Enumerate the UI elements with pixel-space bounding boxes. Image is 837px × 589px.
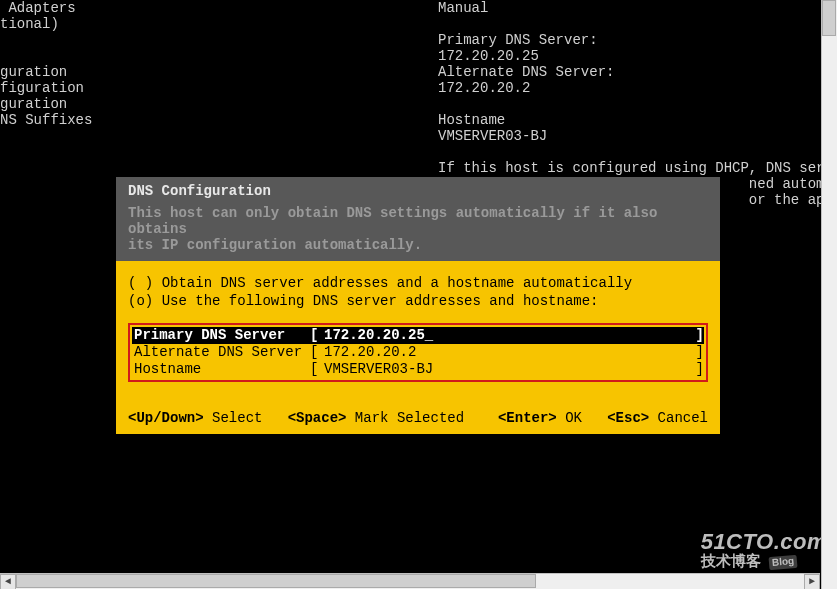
alternate-dns-label: Alternate DNS Server	[132, 344, 310, 361]
vscroll-thumb[interactable]	[822, 0, 836, 36]
dialog-description: This host can only obtain DNS settings a…	[128, 205, 708, 253]
vertical-scrollbar[interactable]	[821, 0, 837, 589]
alternate-dns-input[interactable]: 172.20.20.2	[324, 344, 690, 361]
primary-dns-label: Primary DNS Server	[132, 327, 310, 344]
radio-mark: (o)	[128, 293, 153, 309]
scroll-left-arrow-icon[interactable]: ◄	[0, 574, 16, 590]
bracket-open: [	[310, 361, 324, 378]
bracket-close: ]	[690, 327, 704, 344]
radio-dns-auto[interactable]: ( ) Obtain DNS server addresses and a ho…	[128, 275, 708, 291]
cancel-button[interactable]: <Esc> Cancel	[607, 410, 708, 426]
esxi-console-screen: Adapters tional) guration figuration gur…	[0, 0, 837, 589]
hint-updown: <Up/Down> Select	[128, 410, 262, 426]
dns-fields-group: Primary DNS Server [ 172.20.20.25_ ] Alt…	[128, 323, 708, 382]
bracket-open: [	[310, 327, 324, 344]
radio-label: Obtain DNS server addresses and a hostna…	[162, 275, 632, 291]
hostname-input[interactable]: VMSERVER03-BJ	[324, 361, 690, 378]
background-left-menu: Adapters tional) guration figuration gur…	[0, 0, 92, 128]
horizontal-scrollbar[interactable]: ◄ ►	[0, 573, 820, 589]
scroll-thumb[interactable]	[16, 574, 536, 588]
primary-dns-row[interactable]: Primary DNS Server [ 172.20.20.25_ ]	[132, 327, 704, 344]
hostname-row[interactable]: Hostname [ VMSERVER03-BJ ]	[132, 361, 704, 378]
ok-button[interactable]: <Enter> OK	[498, 410, 582, 426]
dialog-header: DNS Configuration This host can only obt…	[116, 177, 720, 261]
watermark-badge: Blog	[768, 555, 797, 570]
primary-dns-input[interactable]: 172.20.20.25_	[324, 327, 690, 344]
bracket-close: ]	[690, 344, 704, 361]
bracket-close: ]	[690, 361, 704, 378]
bracket-open: [	[310, 344, 324, 361]
scroll-track[interactable]	[16, 574, 804, 590]
watermark-line1: 51CTO.com	[701, 530, 827, 553]
radio-mark: ( )	[128, 275, 153, 291]
hostname-label: Hostname	[132, 361, 310, 378]
watermark: 51CTO.com 技术博客 Blog	[701, 530, 827, 569]
hint-space: <Space> Mark Selected	[288, 410, 464, 426]
dialog-body: ( ) Obtain DNS server addresses and a ho…	[116, 261, 720, 434]
dns-config-dialog: DNS Configuration This host can only obt…	[116, 177, 720, 434]
watermark-line2: 技术博客 Blog	[701, 553, 827, 569]
scroll-right-arrow-icon[interactable]: ►	[804, 574, 820, 590]
radio-dns-manual[interactable]: (o) Use the following DNS server address…	[128, 293, 708, 309]
radio-label: Use the following DNS server addresses a…	[162, 293, 599, 309]
dialog-title: DNS Configuration	[128, 183, 708, 199]
alternate-dns-row[interactable]: Alternate DNS Server [ 172.20.20.2 ]	[132, 344, 704, 361]
dialog-footer: <Up/Down> Select <Space> Mark Selected <…	[128, 410, 708, 426]
